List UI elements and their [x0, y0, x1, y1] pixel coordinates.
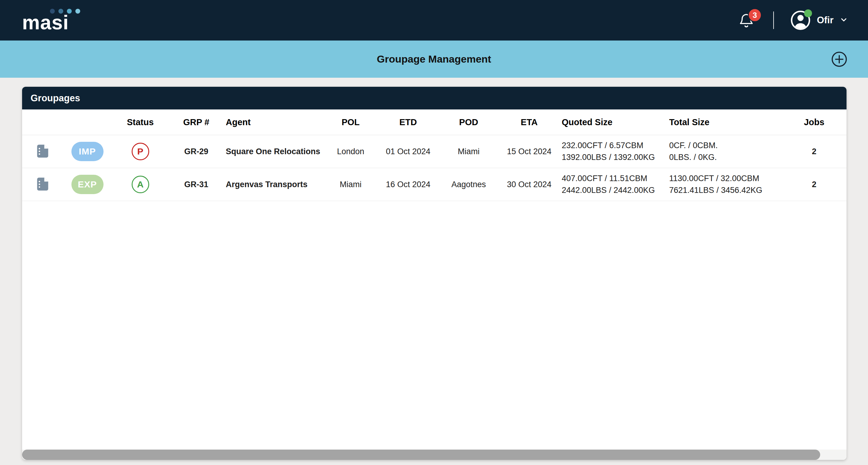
file-document-icon[interactable]	[25, 143, 61, 160]
table-row[interactable]: EXP A GR-31 Argenvas Transports Miami 16…	[22, 168, 846, 201]
table-row[interactable]: IMP P GR-29 Square One Relocations Londo…	[22, 135, 846, 168]
pol-value: Miami	[326, 180, 376, 189]
col-grp: GRP #	[167, 117, 226, 127]
jobs-count: 2	[784, 180, 844, 189]
grp-number: GR-29	[167, 147, 226, 156]
eta-value: 15 Oct 2024	[497, 147, 562, 156]
grp-number: GR-31	[167, 180, 226, 189]
col-jobs: Jobs	[784, 117, 844, 127]
horizontal-scrollbar[interactable]	[22, 450, 846, 460]
header-divider	[773, 11, 774, 29]
user-menu[interactable]: Ofir	[790, 10, 848, 31]
masi-logo[interactable]: masi	[22, 8, 69, 32]
top-navigation-bar: masi 3	[0, 0, 868, 40]
groupages-card: Groupages Status GRP # Agent POL ETD POD…	[22, 87, 846, 460]
scrollbar-thumb[interactable]	[22, 450, 820, 460]
etd-value: 16 Oct 2024	[376, 180, 441, 189]
jobs-count: 2	[784, 147, 844, 156]
col-total-size: Total Size	[669, 117, 784, 127]
page-title: Groupage Management	[377, 53, 491, 65]
col-quoted-size: Quoted Size	[562, 117, 669, 127]
file-document-icon[interactable]	[25, 176, 61, 193]
agent-name: Square One Relocations	[226, 147, 326, 156]
notification-count-badge: 3	[748, 8, 762, 22]
eta-value: 30 Oct 2024	[497, 180, 562, 189]
groupages-card-header: Groupages	[22, 87, 846, 109]
logo-text: masi	[22, 12, 69, 32]
type-badge: EXP	[71, 175, 103, 194]
notifications-button[interactable]: 3	[738, 10, 757, 31]
page-banner: Groupage Management	[0, 40, 868, 78]
col-status: Status	[114, 117, 167, 127]
pod-value: Aagotnes	[441, 180, 497, 189]
user-avatar	[790, 10, 811, 31]
col-agent: Agent	[226, 117, 326, 127]
status-badge: A	[132, 176, 149, 193]
col-pol: POL	[326, 117, 376, 127]
status-badge: P	[132, 143, 149, 160]
bell-icon	[738, 26, 755, 31]
plus-circle-icon	[831, 64, 848, 69]
pol-value: London	[326, 147, 376, 156]
logo-dots-icon	[50, 9, 80, 13]
total-size-value: 0CF. / 0CBM. 0LBS. / 0KG.	[669, 140, 784, 163]
agent-name: Argenvas Transports	[226, 180, 326, 189]
quoted-size-value: 407.00CFT / 11.51CBM 2442.00LBS / 2442.0…	[562, 173, 669, 196]
col-etd: ETD	[376, 117, 441, 127]
card-title: Groupages	[31, 93, 80, 104]
online-status-dot	[804, 9, 812, 17]
col-eta: ETA	[497, 117, 562, 127]
quoted-size-value: 232.00CFT / 6.57CBM 1392.00LBS / 1392.00…	[562, 140, 669, 163]
col-pod: POD	[441, 117, 497, 127]
etd-value: 01 Oct 2024	[376, 147, 441, 156]
chevron-down-icon	[840, 15, 848, 25]
type-badge: IMP	[71, 142, 103, 161]
pod-value: Miami	[441, 147, 497, 156]
add-groupage-button[interactable]	[831, 51, 848, 68]
total-size-value: 1130.00CFT / 32.00CBM 7621.41LBS / 3456.…	[669, 173, 784, 196]
table-header-row: Status GRP # Agent POL ETD POD ETA Quote…	[22, 109, 846, 135]
user-name: Ofir	[817, 15, 834, 26]
